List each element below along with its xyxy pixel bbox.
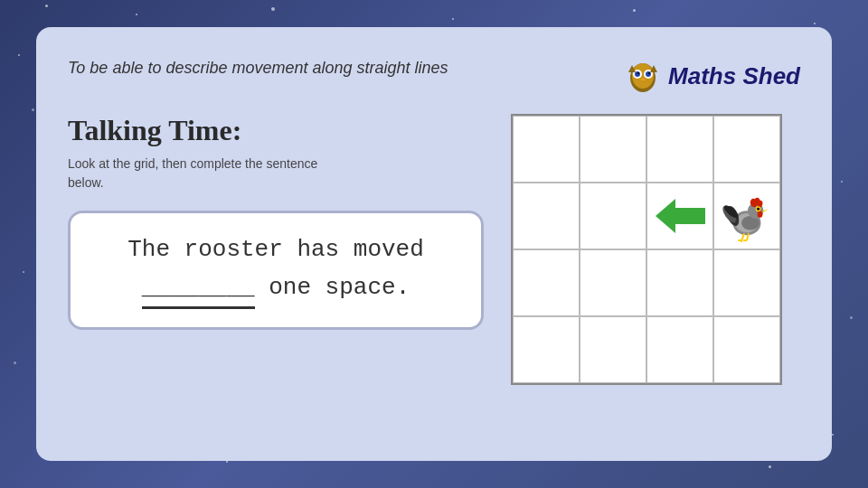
grid-cell-1-1 xyxy=(580,183,646,249)
header-row: To be able to describe movement along st… xyxy=(68,54,800,98)
sentence-end: one space. xyxy=(269,274,410,301)
star xyxy=(23,271,24,273)
svg-line-25 xyxy=(741,233,744,240)
star xyxy=(452,18,454,20)
grid-cell-0-3 xyxy=(713,116,780,183)
grid-cell-0-1 xyxy=(580,116,646,183)
star xyxy=(14,361,16,364)
star xyxy=(32,108,34,111)
star xyxy=(769,465,771,468)
main-card: To be able to describe movement along st… xyxy=(36,27,832,461)
star xyxy=(633,9,636,12)
star xyxy=(850,316,853,319)
left-panel: Talking Time: Look at the grid, then com… xyxy=(68,114,484,330)
left-arrow xyxy=(656,199,705,233)
content-row: Talking Time: Look at the grid, then com… xyxy=(68,114,800,385)
star xyxy=(18,54,20,56)
star xyxy=(226,461,228,463)
grid-cell-2-1 xyxy=(580,249,646,316)
logo-text: Maths Shed xyxy=(668,62,800,90)
svg-point-21 xyxy=(758,211,763,218)
grid-cell-1-2 xyxy=(646,183,713,249)
grid-cell-3-0 xyxy=(513,316,580,383)
talking-time-heading: Talking Time: xyxy=(68,114,484,147)
svg-point-7 xyxy=(648,72,650,74)
grid-cell-2-2 xyxy=(646,249,713,316)
sentence-blank: ________ xyxy=(142,269,255,310)
svg-marker-24 xyxy=(762,209,769,212)
grid-cell-2-3 xyxy=(713,249,780,316)
maths-shed-logo: Maths Shed xyxy=(621,54,800,98)
grid-cell-0-0 xyxy=(513,116,580,183)
grid-cell-3-1 xyxy=(580,316,646,383)
sentence-line-1: The rooster has moved xyxy=(98,231,454,269)
grid xyxy=(511,114,782,385)
grid-cell-3-3 xyxy=(713,316,780,383)
grid-cell-1-0 xyxy=(513,183,580,249)
star xyxy=(814,23,816,24)
sentence-box: The rooster has moved ________ one space… xyxy=(68,211,484,330)
objective-text: To be able to describe movement along st… xyxy=(68,54,448,78)
grid-cell-3-2 xyxy=(646,316,713,383)
instructions: Look at the grid, then complete the sent… xyxy=(68,155,484,192)
grid-cell-1-3 xyxy=(713,183,780,249)
star xyxy=(832,434,834,436)
star xyxy=(45,5,48,7)
sentence-line-2: ________ one space. xyxy=(98,269,454,310)
grid-cell-0-2 xyxy=(646,116,713,183)
svg-point-6 xyxy=(637,72,639,74)
star xyxy=(841,181,843,183)
grid-cell-2-0 xyxy=(513,249,580,316)
star xyxy=(136,14,137,15)
logo-icon xyxy=(621,54,665,98)
star xyxy=(271,7,275,11)
rooster-image xyxy=(721,190,773,242)
svg-point-23 xyxy=(757,208,760,211)
right-panel xyxy=(511,114,800,385)
